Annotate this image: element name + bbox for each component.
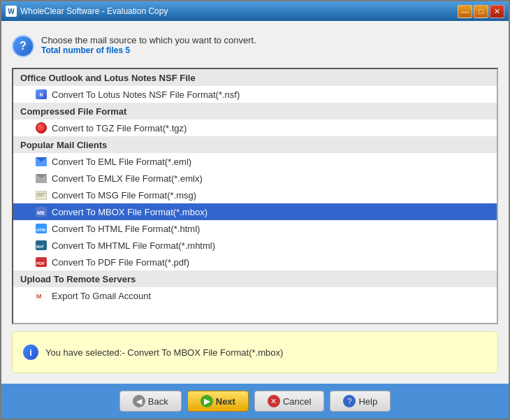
category-compressed: Compressed File Format — [13, 103, 497, 120]
mhtml-icon: MHT — [34, 240, 48, 251]
selection-text: You have selected:- Convert To MBOX File… — [45, 347, 283, 358]
option-pdf[interactable]: PDF Convert To PDF File Format(*.pdf) — [13, 254, 497, 270]
format-list[interactable]: Office Outlook and Lotus Notes NSF File … — [12, 68, 498, 324]
category-office: Office Outlook and Lotus Notes NSF File — [13, 69, 497, 86]
option-html[interactable]: HTM Convert To HTML File Format(*.html) — [13, 220, 497, 237]
back-icon: ◀ — [133, 395, 145, 407]
help-button[interactable]: ? Help — [330, 391, 391, 412]
title-bar-left: W WholeClear Software - Evaluation Copy — [6, 6, 168, 17]
close-button[interactable]: ✕ — [490, 5, 504, 18]
maximize-button[interactable]: □ — [474, 5, 488, 18]
svg-text:MB: MB — [37, 210, 45, 215]
next-button[interactable]: ▶ Next — [187, 391, 249, 412]
selection-info-box: i You have selected:- Convert To MBOX Fi… — [12, 331, 498, 373]
help-label: Help — [358, 396, 377, 407]
svg-text:HTM: HTM — [36, 228, 45, 232]
back-button[interactable]: ◀ Back — [119, 391, 182, 412]
header-text: Choose the mail source to which you want… — [41, 35, 256, 55]
window-title: WholeClear Software - Evaluation Copy — [20, 6, 168, 16]
main-window: W WholeClear Software - Evaluation Copy … — [0, 0, 510, 420]
svg-text:M: M — [36, 293, 42, 300]
file-count: Total number of files 5 — [41, 45, 256, 55]
next-icon: ▶ — [201, 395, 213, 407]
cancel-icon: ✕ — [268, 395, 280, 407]
info-badge-icon: i — [23, 345, 38, 360]
gmail-icon: M — [34, 290, 48, 301]
nsf-icon: N — [34, 89, 48, 100]
minimize-button[interactable]: — — [458, 5, 472, 18]
header-section: ? Choose the mail source to which you wa… — [12, 31, 498, 61]
mbox-icon: MB — [34, 206, 48, 217]
svg-text:MHT: MHT — [36, 245, 44, 249]
option-emlx[interactable]: Convert To EMLX File Format(*.emlx) — [13, 170, 497, 187]
back-label: Back — [148, 396, 168, 407]
tgz-icon — [34, 122, 48, 133]
option-nsf[interactable]: N Convert To Lotus Notes NSF File Format… — [13, 86, 497, 103]
option-mhtml[interactable]: MHT Convert To MHTML File Format(*.mhtml… — [13, 237, 497, 254]
cancel-label: Cancel — [283, 396, 311, 407]
question-icon: ? — [12, 35, 34, 57]
option-tgz[interactable]: Convert to TGZ File Format(*.tgz) — [13, 120, 497, 136]
cancel-button[interactable]: ✕ Cancel — [254, 391, 324, 412]
category-remote: Upload To Remote Servers — [13, 270, 497, 287]
title-bar: W WholeClear Software - Evaluation Copy … — [1, 1, 509, 21]
option-gmail[interactable]: M Export To Gmail Account — [13, 287, 497, 304]
app-icon: W — [6, 6, 17, 17]
option-mbox[interactable]: MB Convert To MBOX File Format(*.mbox) — [13, 203, 497, 220]
category-popular: Popular Mail Clients — [13, 136, 497, 153]
next-label: Next — [216, 396, 235, 407]
emlx-icon — [34, 173, 48, 184]
html-icon: HTM — [34, 223, 48, 234]
svg-text:PDF: PDF — [36, 261, 45, 266]
header-question: Choose the mail source to which you want… — [41, 35, 256, 45]
pdf-icon: PDF — [34, 256, 48, 268]
footer-toolbar: ◀ Back ▶ Next ✕ Cancel ? Help — [1, 384, 509, 419]
help-icon: ? — [343, 395, 356, 407]
window-controls: — □ ✕ — [458, 5, 504, 18]
eml-icon — [34, 156, 48, 167]
option-msg[interactable]: Convert To MSG File Format(*.msg) — [13, 187, 497, 203]
content-area: ? Choose the mail source to which you wa… — [1, 21, 509, 384]
option-eml[interactable]: Convert To EML File Format(*.eml) — [13, 153, 497, 170]
msg-icon — [34, 189, 48, 201]
